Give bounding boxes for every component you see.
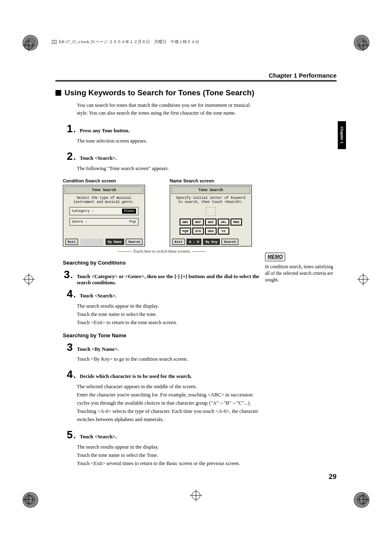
condition-screen-block: Condition Search screen Tone Search Sele… xyxy=(63,178,145,246)
crop-mark-icon xyxy=(23,493,35,506)
genre-field[interactable]: Genre : Pop xyxy=(69,218,138,226)
step-3-name-body: Touch <By Key> to go to the condition se… xyxy=(77,355,261,363)
condition-screen-label: Condition Search screen xyxy=(63,178,145,183)
memo-box: MEMO In condition search, tones satisfyi… xyxy=(265,253,339,283)
step-instruction: Touch <Category> or <Genre>, then use th… xyxy=(77,274,261,286)
search-button[interactable]: Search xyxy=(221,239,238,245)
key-pqr[interactable]: PQR xyxy=(180,228,191,235)
page-number: 29 xyxy=(329,473,337,481)
section-title-text: Using Keywords to Search for Tones (Tone… xyxy=(65,88,254,97)
lcd-title: Tone Search xyxy=(65,187,143,194)
step-2: 2. Touch <Search>. xyxy=(55,151,261,162)
crop-mark-icon xyxy=(23,39,35,51)
condition-lcd-screen: Tone Search Select the type of musical i… xyxy=(63,185,145,246)
key-mno[interactable]: MNO xyxy=(231,219,242,226)
book-header: KR-17_15_e.book 29 ページ ２００４年１２月６日 月曜日 午後… xyxy=(51,39,199,45)
step-4-name: 4. Decide which character is to be used … xyxy=(55,369,261,380)
intro-text: You can search for tones that match the … xyxy=(77,101,261,117)
book-header-text: KR-17_15_e.book 29 ページ ２００４年１２月６日 月曜日 午後… xyxy=(59,39,199,45)
key-abc[interactable]: ABC xyxy=(180,219,191,226)
category-field[interactable]: Category : Piano xyxy=(69,207,138,215)
step-1: 1. Press any Tone button. xyxy=(55,123,261,134)
header-rule xyxy=(55,80,337,82)
step-3-name: 3. Touch <By Name>. xyxy=(55,342,261,352)
step-1-body: The tone selection screen appears. xyxy=(77,137,261,145)
step-4: 4. Touch <Search>. xyxy=(55,288,261,299)
key-def[interactable]: DEF xyxy=(192,219,204,226)
lcd-instruction: Specify initial letter of keyword to sea… xyxy=(171,195,250,205)
step-number: 2 xyxy=(55,151,73,161)
step-dot: . xyxy=(74,371,76,380)
crop-mark-icon xyxy=(357,39,369,51)
lcd-instruction: Select the type of musical instrument an… xyxy=(65,195,143,205)
step-dot: . xyxy=(74,125,76,134)
exit-button[interactable]: Exit xyxy=(65,239,78,245)
step-instruction: Press any Tone button. xyxy=(80,128,129,134)
chapter-header: Chapter 1 Performance xyxy=(269,72,337,79)
step-4-name-body: The selected character appears in the mi… xyxy=(77,382,261,424)
switch-note: Touch here to switch these screens. xyxy=(63,249,261,253)
lcd-spacer xyxy=(81,239,103,245)
step-5: 5. Touch <Search>. xyxy=(55,429,261,440)
key-ghi[interactable]: GHI xyxy=(205,219,217,226)
crop-mark-icon xyxy=(23,273,35,286)
step-number: 1 xyxy=(55,123,73,134)
step-dot: . xyxy=(74,290,76,299)
step-number: 3 xyxy=(55,342,73,352)
memo-text: In condition search, tones satisfying al… xyxy=(265,263,339,283)
step-instruction: Touch <By Name>. xyxy=(77,346,119,352)
name-screen-label: Name Search screen xyxy=(170,178,252,183)
key-uwx[interactable]: UWX xyxy=(205,228,217,235)
subheading-conditions: Searching by Conditions xyxy=(63,260,261,266)
step-number: 4 xyxy=(55,288,73,299)
genre-value: Pop xyxy=(129,220,136,224)
step-instruction: Decide which character is to be used for… xyxy=(80,373,192,380)
section-title: Using Keywords to Search for Tones (Tone… xyxy=(55,88,261,97)
name-screen-block: Name Search screen Tone Search Specify i… xyxy=(170,178,252,246)
square-bullet-icon xyxy=(55,90,61,96)
step-dot: . xyxy=(74,431,76,440)
side-chapter-tab: Chapter 1 xyxy=(338,121,346,149)
search-button[interactable]: Search xyxy=(126,239,143,245)
step-instruction: Touch <Search>. xyxy=(80,434,117,440)
subheading-tone-name: Searching by Tone Name xyxy=(63,332,261,339)
a0-button[interactable]: A - 0 xyxy=(187,239,201,245)
step-4-body: The search results appear in the display… xyxy=(77,302,261,327)
step-dot: . xyxy=(74,152,76,162)
lcd-title: Tone Search xyxy=(171,187,250,194)
by-name-button[interactable]: By Name xyxy=(106,239,125,245)
crop-mark-icon xyxy=(357,273,369,286)
by-key-button[interactable]: By Key xyxy=(203,239,220,245)
step-number: 4 xyxy=(55,369,73,380)
key-jkl[interactable]: JKL xyxy=(218,219,229,226)
step-number: 3 xyxy=(55,269,70,280)
step-2-body: The following "Tone search screen" appea… xyxy=(77,164,261,173)
step-instruction: Touch <Search>. xyxy=(80,155,117,161)
crop-mark-icon xyxy=(190,489,202,502)
category-label: Category : xyxy=(72,209,94,213)
exit-button[interactable]: Exit xyxy=(172,239,185,245)
step-5-body: The search results appear in the display… xyxy=(77,443,261,467)
step-number: 5 xyxy=(55,429,73,440)
step-3: 3. Touch <Category> or <Genre>, then use… xyxy=(55,269,261,286)
crop-mark-icon xyxy=(357,493,369,506)
step-instruction: Touch <Search>. xyxy=(80,293,117,299)
step-dot: . xyxy=(71,271,73,280)
genre-label: Genre : xyxy=(72,220,88,224)
name-lcd-screen: Tone Search Specify initial letter of ke… xyxy=(170,185,252,246)
char-display-box xyxy=(206,207,216,216)
book-icon xyxy=(51,39,57,45)
memo-label: MEMO xyxy=(265,253,285,261)
category-value: Piano xyxy=(122,209,136,214)
key-yz[interactable]: YZ xyxy=(218,228,229,235)
key-stu[interactable]: STU xyxy=(192,228,204,235)
